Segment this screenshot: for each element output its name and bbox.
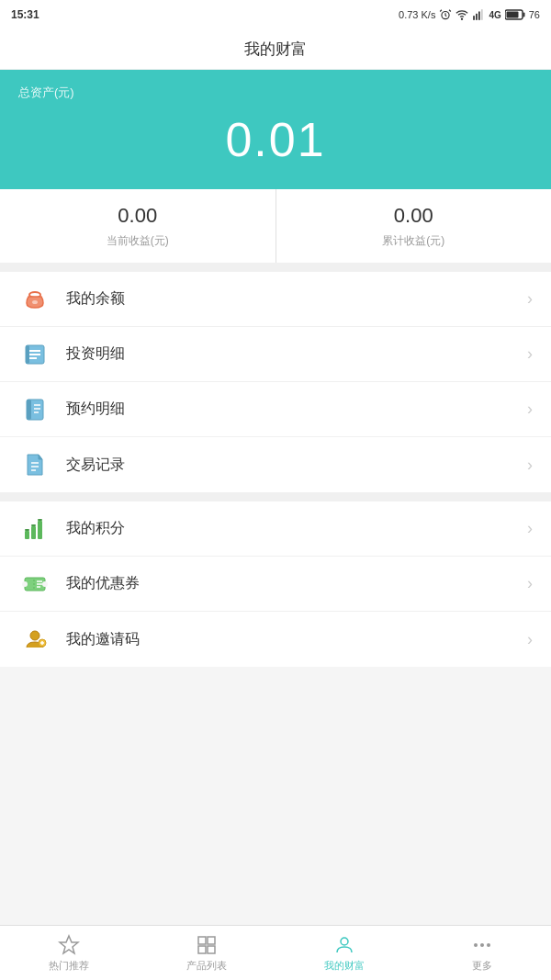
svg-rect-43 — [208, 937, 215, 944]
svg-rect-26 — [38, 521, 42, 539]
menu-item-coupon[interactable]: 我的优惠券 › — [0, 557, 551, 612]
tab-bar: 热门推荐 产品列表 我的财富 — [0, 925, 551, 980]
svg-rect-4 — [478, 12, 480, 20]
menu-item-balance[interactable]: 我的余额 › — [0, 272, 551, 327]
bar-icon — [18, 513, 51, 546]
battery-icon — [505, 9, 525, 20]
coupon-icon — [18, 568, 51, 601]
svg-rect-15 — [26, 345, 29, 364]
alarm-icon — [439, 8, 452, 21]
battery-level: 76 — [529, 9, 540, 20]
menu-list-group1: 我的余额 › 投资明细 › — [0, 272, 551, 492]
menu-label-coupon: 我的优惠券 — [66, 574, 527, 593]
svg-point-32 — [42, 581, 48, 587]
svg-marker-41 — [60, 936, 78, 953]
tab-wealth-icon — [333, 934, 355, 956]
tab-more[interactable]: 更多 — [413, 926, 551, 980]
stat-cumulative: 0.00 累计收益(元) — [276, 189, 552, 263]
svg-point-48 — [480, 943, 484, 947]
tab-hot[interactable]: 热门推荐 — [0, 926, 138, 980]
svg-point-47 — [474, 943, 478, 947]
bag-icon — [18, 283, 51, 316]
menu-item-investment[interactable]: 投资明细 › — [0, 327, 551, 382]
svg-rect-42 — [198, 937, 206, 944]
tab-more-label: 更多 — [472, 959, 492, 973]
menu-arrow-coupon: › — [527, 574, 533, 593]
svg-rect-2 — [474, 16, 476, 20]
menu-label-investment: 投资明细 — [66, 344, 527, 364]
tab-hot-label: 热门推荐 — [49, 959, 89, 973]
section-divider-1 — [0, 263, 551, 272]
svg-point-31 — [22, 581, 28, 587]
hero-section: 总资产(元) 0.01 — [0, 70, 551, 189]
menu-label-balance: 我的余额 — [66, 289, 527, 309]
menu-arrow-balance: › — [527, 289, 533, 309]
status-speed: 0.73 K/s — [399, 9, 435, 20]
signal-icon — [472, 8, 485, 21]
status-icons: 0.73 K/s 4G 76 — [399, 8, 540, 21]
stat-cumulative-value: 0.00 — [394, 204, 433, 228]
menu-item-reservation[interactable]: 预约明细 › — [0, 382, 551, 437]
svg-point-49 — [487, 943, 490, 947]
tab-products-label: 产品列表 — [186, 959, 227, 973]
menu-item-invite[interactable]: 我的邀请码 › — [0, 612, 551, 667]
title-bar: 我的财富 — [0, 29, 551, 70]
doc-icon — [18, 448, 51, 481]
menu-item-points[interactable]: 我的积分 › — [0, 501, 551, 557]
tab-wealth-label: 我的财富 — [324, 959, 365, 973]
menu-label-invite: 我的邀请码 — [66, 630, 527, 649]
svg-rect-7 — [523, 13, 524, 17]
status-time: 15:31 — [11, 8, 39, 21]
svg-point-37 — [30, 631, 39, 640]
invite-icon — [18, 623, 51, 656]
tab-products[interactable]: 产品列表 — [138, 926, 276, 980]
menu-arrow-transaction: › — [527, 456, 533, 475]
svg-rect-24 — [25, 531, 29, 539]
main-content: 总资产(元) 0.01 0.00 当前收益(元) 0.00 累计收益(元) 我的… — [0, 70, 551, 722]
svg-rect-45 — [208, 946, 215, 953]
svg-rect-25 — [31, 526, 36, 539]
svg-rect-8 — [506, 12, 518, 18]
svg-point-1 — [462, 18, 463, 19]
menu-arrow-investment: › — [527, 344, 533, 364]
svg-rect-17 — [27, 400, 31, 420]
tab-wealth[interactable]: 我的财富 — [276, 926, 413, 980]
menu-arrow-invite: › — [527, 630, 533, 649]
page-title: 我的财富 — [244, 39, 307, 60]
hero-amount: 0.01 — [18, 112, 533, 167]
menu-list-group2: 我的积分 › 我的优惠券 › — [0, 501, 551, 667]
status-bar: 15:31 0.73 K/s 4G 76 — [0, 0, 551, 29]
stat-current: 0.00 当前收益(元) — [0, 189, 276, 263]
stat-current-label: 当前收益(元) — [107, 233, 169, 249]
menu-item-transaction[interactable]: 交易记录 › — [0, 437, 551, 492]
section-divider-2 — [0, 492, 551, 501]
list-icon — [18, 338, 51, 371]
tab-more-icon — [471, 934, 493, 956]
svg-rect-27 — [25, 529, 29, 531]
network-type: 4G — [489, 10, 500, 20]
svg-rect-5 — [481, 9, 483, 20]
menu-label-points: 我的积分 — [66, 519, 527, 538]
wifi-icon — [455, 8, 468, 21]
svg-rect-29 — [38, 519, 42, 521]
menu-arrow-points: › — [527, 519, 533, 538]
stat-cumulative-label: 累计收益(元) — [382, 233, 444, 249]
svg-point-10 — [32, 300, 38, 304]
stats-row: 0.00 当前收益(元) 0.00 累计收益(元) — [0, 189, 551, 263]
svg-rect-3 — [476, 14, 478, 20]
svg-point-46 — [341, 938, 348, 945]
tab-hot-icon — [58, 934, 80, 956]
menu-label-transaction: 交易记录 — [66, 456, 527, 475]
svg-rect-44 — [198, 946, 206, 953]
menu-arrow-reservation: › — [527, 400, 533, 419]
stat-current-value: 0.00 — [118, 204, 157, 228]
menu-label-reservation: 预约明细 — [66, 400, 527, 419]
svg-rect-28 — [31, 524, 36, 526]
hero-label: 总资产(元) — [18, 84, 533, 101]
tab-products-icon — [196, 934, 218, 956]
book-icon — [18, 393, 51, 426]
